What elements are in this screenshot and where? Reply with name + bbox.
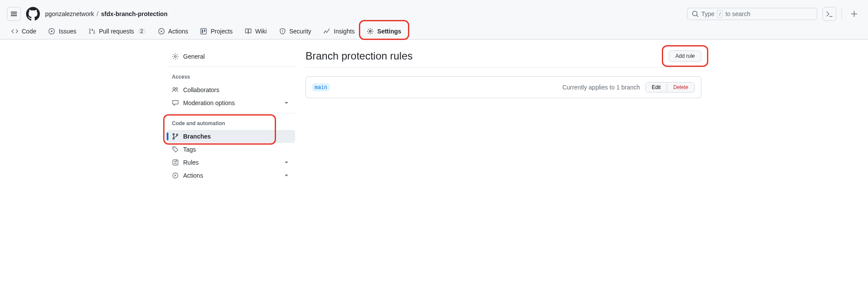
tab-wiki-label: Wiki [255,28,266,35]
header-divider [842,9,842,19]
sidebar-group-access: Access [167,70,295,83]
tab-security-label: Security [289,28,312,35]
menu-button[interactable] [7,7,21,21]
tab-insights-label: Insights [334,28,355,35]
pulls-count-badge: 2 [138,28,146,34]
svg-point-9 [174,56,176,57]
owner-link[interactable]: pgonzaleznetwork [45,10,94,17]
branch-rule-row: main Currently applies to 1 branch Edit … [306,76,701,98]
tab-wiki[interactable]: Wiki [240,24,271,39]
rule-actions: Edit Delete [645,82,695,93]
add-rule-button[interactable]: Add rule [669,50,701,62]
sidebar-item-label: Rules [183,159,199,166]
github-logo-icon[interactable] [26,7,40,21]
svg-point-14 [176,134,178,135]
tab-settings[interactable]: Settings [362,24,405,39]
tab-actions[interactable]: Actions [154,24,193,39]
svg-point-13 [173,138,174,139]
sidebar-group-code-automation: Code and automation [167,117,295,130]
svg-point-1 [51,30,53,32]
applies-text: Currently applies to 1 branch [562,84,640,91]
svg-rect-4 [202,30,203,33]
edit-rule-button[interactable]: Edit [646,83,667,92]
svg-rect-16 [173,160,178,165]
delete-rule-button[interactable]: Delete [667,83,694,92]
tab-issues[interactable]: Issues [44,24,80,39]
sidebar-item-label: General [183,53,205,60]
command-palette-button[interactable] [822,7,836,21]
tab-security[interactable]: Security [275,24,316,39]
projects-icon [200,28,207,35]
svg-point-8 [369,30,371,32]
sidebar-item-rules[interactable]: Rules [167,156,295,169]
gear-icon [172,53,179,60]
plus-icon [851,10,858,17]
people-icon [172,86,179,93]
svg-point-6 [282,30,283,31]
search-kbd-hint: / [717,10,723,18]
gear-icon [367,28,374,35]
svg-rect-7 [282,31,283,33]
book-icon [245,28,252,35]
code-icon [11,28,18,35]
svg-point-12 [173,133,174,135]
sidebar-item-label: Tags [183,146,196,153]
comment-icon [172,99,179,106]
tab-insights[interactable]: Insights [319,24,359,39]
rules-icon [172,159,179,166]
breadcrumb: pgonzaleznetwork / sfdx-branch-protectio… [45,10,682,17]
content-area: Branch protection rules Add rule main Cu… [306,50,701,182]
svg-rect-5 [204,30,205,32]
sidebar-item-label: Branches [183,133,211,140]
tab-actions-label: Actions [168,28,188,35]
svg-rect-3 [201,29,207,34]
play-circle-icon [172,172,179,179]
sidebar-item-label: Moderation options [183,99,235,106]
settings-sidebar: General Access Collaborators Moderation … [167,50,295,182]
sidebar-item-actions[interactable]: Actions [167,169,295,182]
tab-code-label: Code [22,28,36,35]
tab-pull-requests[interactable]: Pull requests 2 [84,24,150,39]
search-input[interactable]: Type / to search [687,8,817,20]
svg-point-15 [174,148,174,149]
app-header: pgonzaleznetwork / sfdx-branch-protectio… [0,0,868,24]
graph-icon [323,28,330,35]
tab-projects[interactable]: Projects [196,24,237,39]
search-icon [692,10,699,17]
sidebar-item-tags[interactable]: Tags [167,143,295,156]
pull-request-icon [89,28,95,35]
repo-nav: Code Issues Pull requests 2 Actions Proj… [0,24,868,40]
tab-code[interactable]: Code [7,24,40,39]
sidebar-item-moderation[interactable]: Moderation options [167,96,295,109]
menu-icon [10,10,17,17]
chevron-down-icon [283,172,290,179]
sidebar-item-label: Actions [183,172,203,179]
sidebar-divider [167,66,295,67]
sidebar-divider [167,113,295,113]
content-header: Branch protection rules Add rule [306,50,701,68]
search-placeholder-text: Type [701,10,714,17]
breadcrumb-separator: / [97,10,99,17]
tab-pulls-label: Pull requests [99,28,134,35]
issue-icon [48,28,55,35]
sidebar-item-label: Collaborators [183,86,219,93]
repo-link[interactable]: sfdx-branch-protection [101,10,168,17]
sidebar-item-collaborators[interactable]: Collaborators [167,83,295,96]
chevron-down-icon [283,99,290,106]
main-container: General Access Collaborators Moderation … [156,40,712,192]
tab-settings-label: Settings [377,28,401,35]
svg-point-11 [176,88,178,89]
tag-icon [172,146,179,153]
shield-icon [279,28,286,35]
branch-icon [172,133,179,140]
tab-issues-label: Issues [59,28,76,35]
terminal-icon [826,10,833,17]
sidebar-item-branches[interactable]: Branches [167,130,295,143]
sidebar-item-general[interactable]: General [167,50,295,63]
svg-point-10 [173,88,175,90]
play-circle-icon [158,28,165,35]
chevron-down-icon [283,159,290,166]
create-new-button[interactable] [847,7,861,21]
page-title: Branch protection rules [306,50,664,62]
tab-projects-label: Projects [210,28,233,35]
